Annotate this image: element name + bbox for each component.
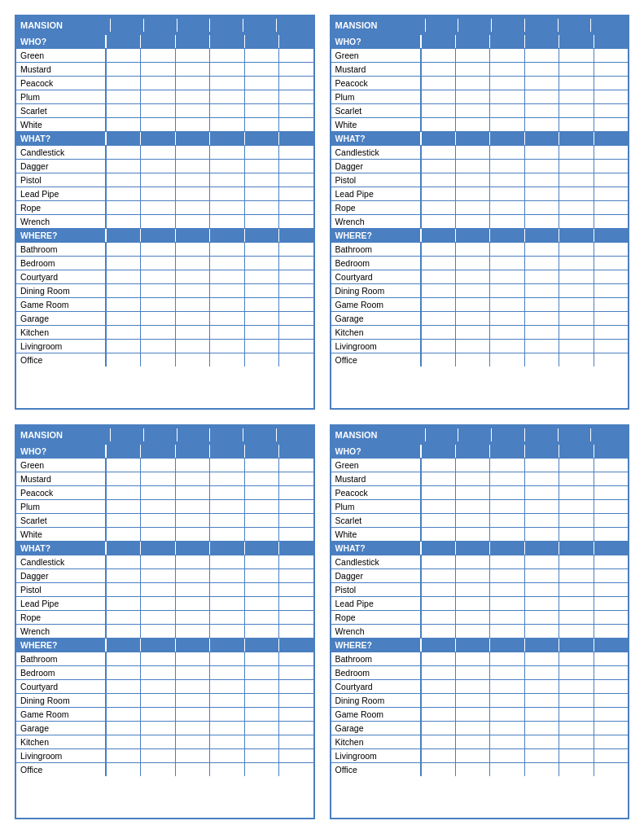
item-cell[interactable]	[421, 763, 455, 776]
item-cell[interactable]	[421, 625, 455, 638]
item-cell[interactable]	[106, 597, 140, 610]
item-cell[interactable]	[489, 763, 524, 776]
item-cell[interactable]	[489, 583, 524, 596]
item-cell[interactable]	[524, 680, 559, 693]
item-cell[interactable]	[175, 49, 209, 62]
item-cell[interactable]	[421, 312, 455, 325]
item-cell[interactable]	[140, 625, 174, 638]
item-cell[interactable]	[175, 555, 209, 568]
item-cell[interactable]	[140, 611, 174, 624]
item-cell[interactable]	[421, 49, 455, 62]
item-cell[interactable]	[559, 146, 593, 159]
item-cell[interactable]	[524, 459, 559, 472]
item-cell[interactable]	[278, 284, 313, 297]
item-cell[interactable]	[278, 270, 313, 283]
item-cell[interactable]	[106, 735, 140, 748]
item-cell[interactable]	[106, 160, 140, 173]
item-cell[interactable]	[524, 763, 559, 776]
item-cell[interactable]	[278, 472, 313, 485]
item-cell[interactable]	[489, 486, 524, 499]
item-cell[interactable]	[594, 500, 628, 513]
item-cell[interactable]	[489, 652, 524, 665]
item-cell[interactable]	[455, 353, 489, 367]
item-cell[interactable]	[489, 118, 524, 131]
item-cell[interactable]	[244, 312, 278, 325]
item-cell[interactable]	[106, 569, 140, 582]
item-cell[interactable]	[559, 569, 593, 582]
item-cell[interactable]	[455, 472, 489, 485]
item-cell[interactable]	[140, 708, 174, 721]
item-cell[interactable]	[244, 118, 278, 131]
item-cell[interactable]	[489, 326, 524, 339]
item-cell[interactable]	[489, 459, 524, 472]
item-cell[interactable]	[278, 201, 313, 214]
item-cell[interactable]	[421, 326, 455, 339]
item-cell[interactable]	[524, 160, 559, 173]
item-cell[interactable]	[455, 666, 489, 679]
item-cell[interactable]	[455, 583, 489, 596]
item-cell[interactable]	[489, 625, 524, 638]
item-cell[interactable]	[421, 173, 455, 187]
item-cell[interactable]	[489, 187, 524, 200]
item-cell[interactable]	[455, 749, 489, 762]
item-cell[interactable]	[559, 49, 593, 62]
item-cell[interactable]	[455, 625, 489, 638]
item-cell[interactable]	[278, 104, 313, 117]
item-cell[interactable]	[421, 528, 455, 541]
item-cell[interactable]	[244, 160, 278, 173]
item-cell[interactable]	[524, 270, 559, 283]
item-cell[interactable]	[455, 555, 489, 568]
item-cell[interactable]	[421, 90, 455, 103]
item-cell[interactable]	[455, 257, 489, 270]
item-cell[interactable]	[106, 243, 140, 256]
item-cell[interactable]	[524, 749, 559, 762]
item-cell[interactable]	[524, 215, 559, 228]
item-cell[interactable]	[244, 459, 278, 472]
item-cell[interactable]	[106, 63, 140, 76]
item-cell[interactable]	[421, 77, 455, 90]
item-cell[interactable]	[209, 472, 243, 485]
item-cell[interactable]	[140, 63, 174, 76]
item-cell[interactable]	[489, 555, 524, 568]
item-cell[interactable]	[278, 708, 313, 721]
item-cell[interactable]	[140, 680, 174, 693]
item-cell[interactable]	[594, 104, 628, 117]
item-cell[interactable]	[209, 173, 243, 187]
item-cell[interactable]	[106, 763, 140, 776]
item-cell[interactable]	[559, 666, 593, 679]
item-cell[interactable]	[140, 49, 174, 62]
item-cell[interactable]	[175, 735, 209, 748]
item-cell[interactable]	[524, 77, 559, 90]
item-cell[interactable]	[175, 694, 209, 707]
item-cell[interactable]	[140, 694, 174, 707]
item-cell[interactable]	[140, 90, 174, 103]
item-cell[interactable]	[524, 326, 559, 339]
item-cell[interactable]	[421, 749, 455, 762]
item-cell[interactable]	[524, 708, 559, 721]
item-cell[interactable]	[594, 257, 628, 270]
item-cell[interactable]	[421, 735, 455, 748]
item-cell[interactable]	[421, 63, 455, 76]
item-cell[interactable]	[175, 326, 209, 339]
item-cell[interactable]	[175, 340, 209, 353]
item-cell[interactable]	[209, 500, 243, 513]
item-cell[interactable]	[140, 160, 174, 173]
item-cell[interactable]	[106, 257, 140, 270]
item-cell[interactable]	[106, 472, 140, 485]
item-cell[interactable]	[209, 708, 243, 721]
item-cell[interactable]	[175, 666, 209, 679]
item-cell[interactable]	[559, 298, 593, 311]
item-cell[interactable]	[421, 680, 455, 693]
item-cell[interactable]	[244, 215, 278, 228]
item-cell[interactable]	[524, 201, 559, 214]
item-cell[interactable]	[278, 666, 313, 679]
item-cell[interactable]	[559, 326, 593, 339]
item-cell[interactable]	[106, 146, 140, 159]
item-cell[interactable]	[244, 652, 278, 665]
item-cell[interactable]	[244, 597, 278, 610]
item-cell[interactable]	[455, 708, 489, 721]
item-cell[interactable]	[594, 735, 628, 748]
item-cell[interactable]	[524, 569, 559, 582]
item-cell[interactable]	[524, 666, 559, 679]
item-cell[interactable]	[421, 340, 455, 353]
